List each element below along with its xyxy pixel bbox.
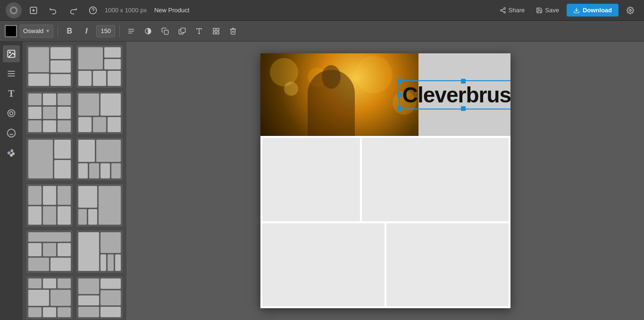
new-file-button[interactable] (25, 2, 42, 18)
template-7[interactable] (26, 184, 73, 227)
canvas-cell-1-1[interactable] (262, 138, 360, 221)
toolbar-separator-2 (119, 25, 120, 37)
template-1[interactable] (26, 45, 73, 88)
share-label: Share (509, 7, 525, 14)
svg-point-35 (8, 129, 16, 137)
bold-label: B (67, 27, 72, 35)
copy-button[interactable] (158, 24, 172, 38)
template-3[interactable] (26, 92, 73, 134)
download-button[interactable]: Download (567, 4, 619, 17)
font-size-input[interactable] (96, 25, 115, 37)
canvas-photo[interactable] (260, 53, 418, 136)
save-button[interactable]: Save (532, 5, 563, 16)
svg-point-38 (11, 150, 13, 152)
pattern-button[interactable] (209, 24, 223, 38)
text-toolbar: Oswald ▼ B I (0, 21, 644, 42)
header-actions: Share Save Download (496, 2, 638, 18)
sidebar-item-colors[interactable] (3, 144, 20, 161)
template-2[interactable] (76, 45, 123, 88)
svg-point-40 (12, 153, 14, 155)
svg-point-14 (629, 9, 631, 11)
font-dropdown-arrow: ▼ (45, 28, 50, 34)
canvas-top-section: Cleverbrush (260, 53, 510, 136)
template-9[interactable] (26, 230, 73, 273)
canvas-row-1 (262, 138, 509, 221)
save-label: Save (545, 7, 559, 14)
canvas-cell-2-1[interactable] (262, 223, 385, 307)
bold-button[interactable]: B (62, 24, 76, 38)
svg-rect-21 (181, 28, 185, 32)
layer-order-button[interactable] (175, 24, 189, 38)
tool-sidebar: T (0, 42, 23, 320)
svg-point-41 (10, 154, 12, 156)
canvas-text-overlay: Cleverbrush (416, 53, 510, 136)
template-12[interactable] (76, 277, 123, 319)
italic-button[interactable]: I (79, 24, 93, 38)
svg-rect-25 (217, 28, 219, 31)
svg-rect-27 (217, 32, 219, 34)
template-4[interactable] (76, 92, 123, 134)
toolbar-separator-1 (58, 25, 58, 37)
font-family-label: Oswald (23, 27, 43, 34)
svg-line-11 (502, 10, 504, 11)
font-color-swatch[interactable] (5, 25, 17, 37)
template-11[interactable] (26, 277, 73, 319)
svg-line-12 (502, 8, 504, 9)
canvas-cell-2-2[interactable] (386, 223, 509, 307)
svg-point-10 (503, 11, 505, 13)
canvas-row-2 (262, 223, 509, 307)
svg-point-8 (503, 8, 505, 9)
italic-label: I (85, 27, 87, 35)
header: 1000 x 1000 px New Product Share Save (0, 0, 644, 21)
svg-rect-24 (213, 28, 216, 31)
share-button[interactable]: Share (496, 5, 529, 16)
template-5[interactable] (26, 138, 73, 180)
svg-rect-19 (164, 30, 168, 34)
help-button[interactable] (85, 2, 101, 18)
template-8[interactable] (76, 184, 123, 227)
text-element-wrapper: Cleverbrush (402, 84, 510, 106)
sidebar-item-layouts[interactable] (3, 65, 20, 82)
svg-point-39 (8, 152, 10, 154)
svg-point-9 (500, 9, 502, 11)
svg-point-2 (13, 9, 14, 11)
logo-button[interactable] (6, 2, 22, 18)
template-10[interactable] (76, 230, 123, 273)
svg-rect-26 (213, 32, 216, 34)
svg-point-34 (10, 112, 13, 115)
text-effects-button[interactable] (192, 24, 206, 38)
canvas-cell-1-2[interactable] (362, 138, 509, 221)
canvas-size-label: 1000 x 1000 px (105, 7, 147, 14)
sidebar-item-images[interactable] (3, 45, 20, 62)
svg-point-29 (9, 52, 10, 53)
download-label: Download (583, 7, 612, 14)
undo-button[interactable] (45, 2, 61, 18)
text-align-button[interactable] (124, 24, 138, 38)
redo-button[interactable] (65, 2, 81, 18)
canvas-bottom-section (260, 136, 510, 308)
brand-text-element[interactable]: Cleverbrush (402, 84, 510, 106)
sidebar-item-elements[interactable] (3, 105, 20, 122)
templates-panel (23, 42, 126, 320)
delete-button[interactable] (226, 24, 240, 38)
photo-background (260, 53, 418, 136)
contrast-button[interactable] (141, 24, 155, 38)
document-title: New Product (154, 7, 189, 14)
template-6[interactable] (76, 138, 123, 180)
main-area: T (0, 42, 644, 320)
sidebar-item-emoji[interactable] (3, 125, 20, 142)
sidebar-item-text[interactable]: T (3, 85, 20, 102)
font-family-select[interactable]: Oswald ▼ (20, 25, 53, 38)
canvas-area[interactable]: Cleverbrush (126, 42, 644, 320)
settings-button[interactable] (622, 2, 638, 18)
svg-point-33 (8, 110, 15, 117)
design-canvas[interactable]: Cleverbrush (260, 53, 510, 308)
